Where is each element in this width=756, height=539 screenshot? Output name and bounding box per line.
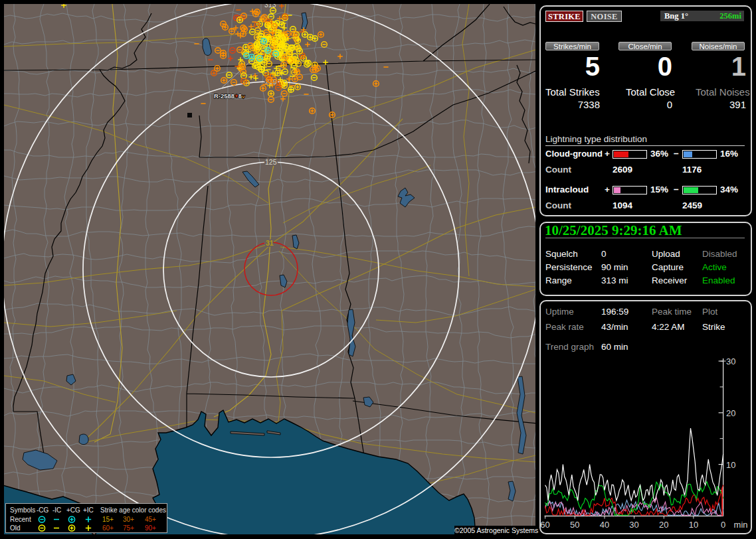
svg-text:30: 30: [726, 356, 735, 366]
svg-text:0: 0: [721, 520, 725, 530]
svg-text:min: min: [734, 520, 748, 530]
svg-text:20: 20: [726, 408, 735, 418]
svg-text:20: 20: [659, 520, 668, 530]
svg-text:60: 60: [540, 520, 549, 530]
svg-text:125: 125: [265, 158, 277, 166]
svg-text:31: 31: [266, 239, 274, 247]
svg-text:R-2588+8v: R-2588+8v: [214, 92, 245, 100]
svg-text:10: 10: [726, 460, 735, 470]
svg-text:10: 10: [689, 520, 698, 530]
svg-text:40: 40: [600, 520, 609, 530]
svg-text:50: 50: [570, 520, 579, 530]
svg-text:30: 30: [629, 520, 638, 530]
